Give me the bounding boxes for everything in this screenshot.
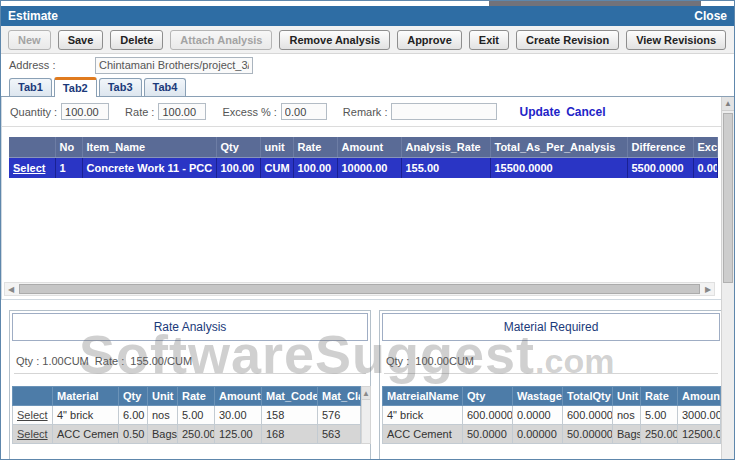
titlebar: Estimate Close: [1, 6, 734, 26]
mr-cell: 50.0000: [463, 425, 513, 444]
material-required-qty-line: Qty : 100.00CUM: [382, 341, 720, 371]
ra-col-mat-code: Mat_Code: [262, 387, 318, 406]
address-row: Address :: [1, 54, 734, 76]
cell-excess: 0.00: [693, 158, 717, 179]
page-title: Estimate: [8, 9, 58, 23]
mr-cell: Bags: [613, 425, 641, 444]
mr-cell: 3000.00: [678, 406, 721, 425]
scroll-right-icon[interactable]: ▶: [702, 285, 714, 294]
attach-analysis-button[interactable]: Attach Analysis: [170, 30, 272, 50]
mr-cell: 4" brick: [383, 406, 463, 425]
top-watermark-remnant: [489, 1, 701, 6]
select-link[interactable]: Select: [13, 162, 45, 174]
rate-input[interactable]: [158, 103, 206, 120]
scroll-left-icon[interactable]: ◀: [5, 285, 17, 294]
save-button[interactable]: Save: [58, 30, 104, 50]
toolbar: New Save Delete Attach Analysis Remove A…: [1, 26, 734, 54]
ra-col-amount: Amount: [215, 387, 262, 406]
col-excess: Excess_P: [693, 137, 717, 158]
mr-cell: 5.00: [641, 406, 678, 425]
address-input[interactable]: [95, 57, 253, 74]
col-unit: unit: [260, 137, 293, 158]
scroll-up-icon[interactable]: ▲: [362, 387, 370, 400]
hscroll-thumb[interactable]: [19, 284, 700, 294]
col-no: No: [55, 137, 82, 158]
ra-col-unit: Unit: [148, 387, 178, 406]
select-link[interactable]: Select: [17, 428, 48, 440]
tab-1[interactable]: Tab1: [9, 78, 52, 96]
quantity-input[interactable]: [61, 103, 109, 120]
update-link[interactable]: Update: [519, 105, 560, 119]
estimate-items-table: No Item_Name Qty unit Rate Amount Analys…: [9, 137, 718, 178]
ra-col-material: Material: [53, 387, 119, 406]
rate-analysis-qty-line: Qty : 1.00CUM Rate : 155.00/CUM: [12, 341, 368, 371]
vscroll-thumb[interactable]: [723, 113, 733, 283]
cell-difference: 5500.0000: [627, 158, 693, 179]
mr-col-amount: Amount: [678, 387, 721, 406]
divider: [384, 373, 718, 374]
ra-cell: 0.50: [119, 425, 148, 444]
mr-col-wastage: Wastage: [513, 387, 563, 406]
tab-3[interactable]: Tab3: [99, 78, 142, 96]
material-required-header-row: MatreialName Qty Wastage TotalQty Unit R…: [383, 387, 721, 406]
cancel-link[interactable]: Cancel: [566, 105, 605, 119]
table-row: 4" brick 600.0000 0.0000 600.0000 nos 5.…: [383, 406, 721, 425]
ra-cell: nos: [148, 406, 178, 425]
ra-cell: Bags: [148, 425, 178, 444]
rate-analysis-table: Material Qty Unit Rate Amount Mat_Code M…: [12, 386, 361, 444]
select-link[interactable]: Select: [17, 409, 48, 421]
mr-col-matreialname: MatreialName: [383, 387, 463, 406]
col-analysis-rate: Analysis_Rate: [401, 137, 490, 158]
new-button[interactable]: New: [8, 30, 51, 50]
cell-amount: 10000.00: [337, 158, 401, 179]
edit-form-row: Quantity : Rate : Excess % : Remark : Up…: [2, 97, 721, 127]
mr-col-qty: Qty: [463, 387, 513, 406]
mr-cell: 12500.0: [678, 425, 721, 444]
rate-label: Rate :: [125, 106, 154, 118]
scroll-up-icon[interactable]: ▲: [722, 97, 734, 111]
view-revisions-button[interactable]: View Revisions: [626, 30, 726, 50]
col-item-name: Item_Name: [82, 137, 216, 158]
rate-analysis-header-row: Material Qty Unit Rate Amount Mat_Code M…: [13, 387, 361, 406]
remove-analysis-button[interactable]: Remove Analysis: [279, 30, 390, 50]
cell-no: 1: [55, 158, 82, 179]
mr-cell: ACC Cement: [383, 425, 463, 444]
main-grid-header-row: No Item_Name Qty unit Rate Amount Analys…: [9, 137, 717, 158]
table-row: Select 4" brick 6.00 nos 5.00 30.00 158 …: [13, 406, 361, 425]
rate-analysis-panel: Rate Analysis Qty : 1.00CUM Rate : 155.0…: [9, 310, 371, 460]
col-total-as-per-analysis: Total_As_Per_Analysis: [490, 137, 627, 158]
close-button[interactable]: Close: [694, 9, 727, 23]
cell-item-name: Concrete Work 11 - PCC: [82, 158, 216, 179]
mr-cell: 250.00: [641, 425, 678, 444]
address-label: Address :: [9, 59, 95, 71]
bottom-panels: Rate Analysis Qty : 1.00CUM Rate : 155.0…: [9, 310, 713, 460]
table-row: Select ACC Cement 0.50 Bags 250.00 125.0…: [13, 425, 361, 444]
create-revision-button[interactable]: Create Revision: [516, 30, 619, 50]
vertical-scrollbar: ▲: [721, 97, 734, 459]
ra-cell: 168: [262, 425, 318, 444]
grid-area: Quantity : Rate : Excess % : Remark : Up…: [1, 97, 721, 300]
mr-cell: nos: [613, 406, 641, 425]
tab-2[interactable]: Tab2: [54, 77, 97, 97]
divider: [14, 373, 366, 374]
tab-4[interactable]: Tab4: [144, 78, 187, 96]
ra-cell: 158: [262, 406, 318, 425]
rate-analysis-title: Rate Analysis: [12, 313, 368, 341]
excess-input[interactable]: [281, 103, 327, 120]
remark-input[interactable]: [391, 103, 497, 120]
cell-total: 15500.0000: [490, 158, 627, 179]
ra-col-mat-class: Mat_Class: [318, 387, 361, 406]
rate-analysis-scrollbar: ▲: [361, 386, 371, 444]
table-row-selected: Select 1 Concrete Work 11 - PCC 100.00 C…: [9, 158, 717, 179]
mr-col-unit: Unit: [613, 387, 641, 406]
remark-label: Remark :: [343, 106, 388, 118]
exit-button[interactable]: Exit: [469, 30, 509, 50]
ra-col-qty: Qty: [119, 387, 148, 406]
ra-cell: 5.00: [178, 406, 215, 425]
approve-button[interactable]: Approve: [397, 30, 462, 50]
delete-button[interactable]: Delete: [110, 30, 163, 50]
ra-cell: 563: [318, 425, 361, 444]
cell-rate: 100.00: [293, 158, 337, 179]
ra-cell: 125.00: [215, 425, 262, 444]
col-amount: Amount: [337, 137, 401, 158]
